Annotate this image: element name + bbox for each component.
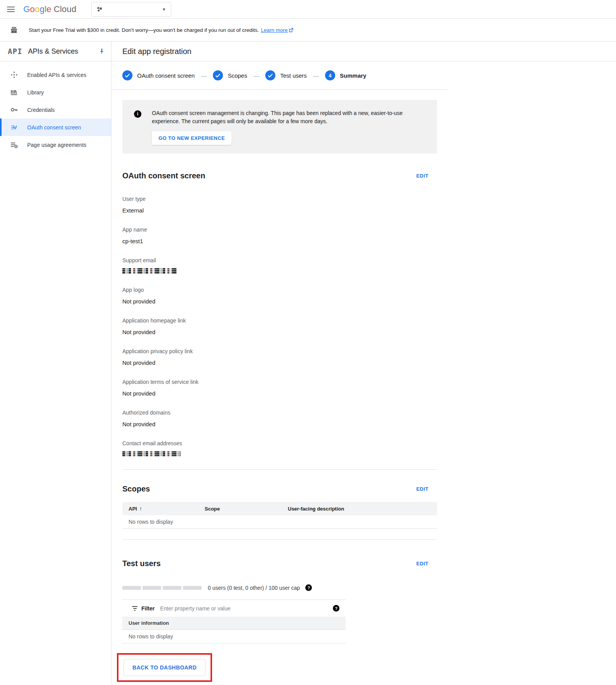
sidebar-item-label: Page usage agreements xyxy=(27,142,87,148)
pin-icon[interactable] xyxy=(99,48,105,54)
step-oauth-consent-screen[interactable]: OAuth consent screen xyxy=(122,70,195,80)
field-user-type: User type External xyxy=(122,196,437,214)
field-label: Application homepage link xyxy=(122,317,437,324)
user-cap-progress-bar xyxy=(122,586,202,590)
top-bar: Google Cloud ▼ xyxy=(0,0,616,19)
sidebar-item-label: Library xyxy=(27,89,44,96)
help-icon[interactable]: ? xyxy=(333,605,339,612)
sort-ascending-icon: ↑ xyxy=(139,505,142,512)
field-label: Support email xyxy=(122,257,437,263)
redacted-email-value xyxy=(122,451,181,457)
field-contact-emails: Contact email addresses xyxy=(122,440,437,457)
field-label: Application terms of service link xyxy=(122,379,437,385)
consent-section-title: OAuth consent screen xyxy=(122,171,205,180)
sidebar-item-page-usage-agreements[interactable]: Page usage agreements xyxy=(0,136,111,153)
field-value: Not provided xyxy=(122,298,437,305)
user-cap-text: 0 users (0 test, 0 other) / 100 user cap xyxy=(208,585,300,591)
logo-letter: G xyxy=(23,4,30,14)
field-privacy-policy-link: Application privacy policy link Not prov… xyxy=(122,348,437,366)
scopes-table: API ↑ Scope User-facing description No r… xyxy=(122,502,437,540)
go-to-new-experience-button[interactable]: GO TO NEW EXPERIENCE xyxy=(152,131,231,145)
test-users-edit-link[interactable]: EDIT xyxy=(416,561,428,566)
summary-content: i OAuth consent screen management is cha… xyxy=(111,100,437,682)
column-api[interactable]: API ↑ xyxy=(122,505,198,512)
consent-edit-link[interactable]: EDIT xyxy=(416,173,428,179)
filter-input[interactable] xyxy=(160,605,333,612)
sidebar-item-library[interactable]: Library xyxy=(0,84,111,101)
gift-icon xyxy=(10,26,18,34)
field-homepage-link: Application homepage link Not provided xyxy=(122,317,437,335)
project-selector[interactable]: ▼ xyxy=(91,2,171,17)
field-value: Not provided xyxy=(122,390,437,397)
logo-cloud-text: Cloud xyxy=(54,4,76,14)
main-content: Edit app registration OAuth consent scre… xyxy=(111,42,616,685)
field-label: Contact email addresses xyxy=(122,440,437,446)
sidebar-header: API APIs & Services xyxy=(0,42,111,61)
consent-section-header: OAuth consent screen EDIT xyxy=(122,171,437,180)
external-link-icon xyxy=(289,28,293,32)
field-value: cp-test1 xyxy=(122,238,437,244)
help-icon[interactable]: ? xyxy=(305,584,312,591)
logo-letter: g xyxy=(40,4,44,14)
consent-fields: User type External App name cp-test1 Sup… xyxy=(122,196,437,457)
menu-icon[interactable] xyxy=(7,7,15,12)
sidebar-nav: Enabled APIs & services Library xyxy=(0,61,111,153)
column-scope: Scope xyxy=(198,506,282,512)
page-body: API APIs & Services Enabled APIs & servi… xyxy=(0,42,616,685)
user-cap-row: 0 users (0 test, 0 other) / 100 user cap… xyxy=(122,584,437,591)
filter-icon xyxy=(132,606,137,611)
sidebar-item-label: OAuth consent screen xyxy=(27,124,81,131)
learn-more-link[interactable]: Learn more xyxy=(261,27,288,33)
step-test-users[interactable]: Test users xyxy=(265,70,306,80)
back-to-dashboard-button[interactable]: BACK TO DASHBOARD xyxy=(124,659,205,676)
api-logo: API xyxy=(8,47,22,56)
step-summary[interactable]: 4 Summary xyxy=(325,70,366,80)
deprecation-notice: i OAuth consent screen management is cha… xyxy=(122,100,437,153)
field-label: Authorized domains xyxy=(122,410,437,416)
field-label: App name xyxy=(122,227,437,233)
field-value: Not provided xyxy=(122,329,437,335)
key-icon xyxy=(10,106,18,114)
stepper: OAuth consent screen — Scopes — Test use… xyxy=(111,61,448,90)
google-cloud-logo[interactable]: Google Cloud xyxy=(23,4,77,14)
test-users-empty-row: No rows to display xyxy=(122,630,346,643)
field-terms-of-service-link: Application terms of service link Not pr… xyxy=(122,379,437,397)
field-app-logo: App logo Not provided xyxy=(122,287,437,305)
sidebar-item-oauth-consent-screen[interactable]: OAuth consent screen xyxy=(0,119,111,136)
sidebar-item-credentials[interactable]: Credentials xyxy=(0,101,111,119)
stepper-separator: — xyxy=(253,72,259,79)
scopes-section-header: Scopes EDIT xyxy=(122,485,437,493)
project-icon xyxy=(96,6,103,13)
sidebar-item-label: Credentials xyxy=(27,107,55,113)
step-label: Scopes xyxy=(228,72,247,79)
step-label: OAuth consent screen xyxy=(137,72,195,79)
info-icon: i xyxy=(134,110,141,118)
logo-letter: o xyxy=(35,4,40,14)
trial-banner-text: Start your Free Trial with $300 in credi… xyxy=(29,27,259,33)
field-app-name: App name cp-test1 xyxy=(122,227,437,244)
step-number-badge: 4 xyxy=(325,70,335,80)
sidebar-item-label: Enabled APIs & services xyxy=(27,72,87,78)
sidebar-item-enabled-apis[interactable]: Enabled APIs & services xyxy=(0,66,111,84)
field-label: App logo xyxy=(122,287,437,293)
stepper-separator: — xyxy=(201,72,207,79)
sidebar-title: APIs & Services xyxy=(28,47,99,56)
field-support-email: Support email xyxy=(122,257,437,274)
step-check-icon xyxy=(213,70,223,80)
user-information-header: User information xyxy=(122,617,346,630)
library-icon xyxy=(10,89,18,96)
section-divider xyxy=(122,469,437,470)
filter-label: Filter xyxy=(141,605,155,612)
chevron-down-icon: ▼ xyxy=(162,7,166,12)
agreements-icon xyxy=(10,141,18,149)
step-label: Test users xyxy=(280,72,306,79)
scopes-empty-row: No rows to display xyxy=(122,515,437,529)
scopes-edit-link[interactable]: EDIT xyxy=(416,486,428,492)
enabled-apis-icon xyxy=(10,71,18,79)
page-title: Edit app registration xyxy=(111,42,616,61)
test-users-section-title: Test users xyxy=(122,559,161,568)
step-scopes[interactable]: Scopes xyxy=(213,70,247,80)
annotation-highlight-box: BACK TO DASHBOARD xyxy=(117,653,212,682)
column-label: Scope xyxy=(205,506,220,512)
test-users-table: User information No rows to display xyxy=(122,617,346,643)
